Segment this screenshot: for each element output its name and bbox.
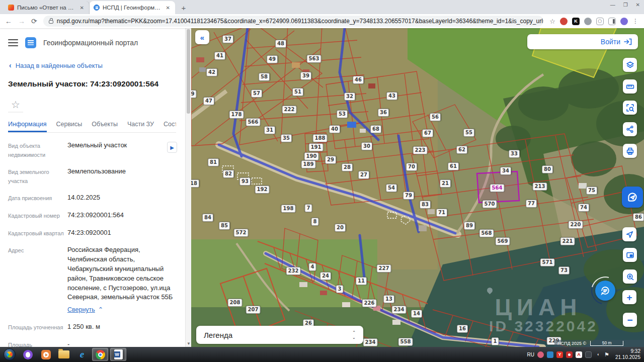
parcel-label-55[interactable]: 55 [463, 129, 474, 137]
browser-tab-mail[interactable]: Письмо «Ответ на запрос по Р ✕ [4, 1, 90, 14]
puzzle-extensions-icon[interactable]: ⬡ [596, 18, 604, 25]
minimize-button[interactable]: — [610, 2, 615, 8]
browser-menu-icon[interactable]: ⋮ [632, 18, 639, 25]
parcel-label-16[interactable]: 16 [457, 325, 468, 333]
parcel-label-11[interactable]: 11 [356, 277, 367, 285]
parcel-label-564[interactable]: 564 [490, 184, 505, 192]
parcel-label-89[interactable]: 89 [464, 222, 475, 230]
taskbar-app-alice[interactable] [20, 348, 36, 361]
parcel-label-221[interactable]: 221 [560, 237, 575, 245]
parcel-label-79[interactable]: 79 [403, 192, 414, 200]
taskbar-app-explorer[interactable] [56, 348, 72, 361]
tab-Объекты[interactable]: Объекты [92, 121, 118, 132]
parcel-label-208[interactable]: 208 [228, 299, 243, 307]
parcel-label-47[interactable]: 47 [203, 97, 214, 105]
sidebar-scrollbar[interactable]: ▼ [185, 28, 191, 347]
parcel-label-56[interactable]: 56 [430, 113, 441, 121]
layers-button[interactable] [623, 58, 637, 72]
parcel-label-68[interactable]: 68 [370, 125, 381, 133]
parcel-label-81[interactable]: 81 [208, 158, 219, 166]
parcel-label-7[interactable]: 7 [305, 204, 312, 212]
parcel-label-82[interactable]: 82 [223, 170, 234, 178]
yandex-tray-icon[interactable]: Y [556, 351, 563, 358]
recorder-tray-icon[interactable] [566, 351, 573, 358]
parcel-label-570[interactable]: 570 [482, 200, 497, 208]
parcel-label-192[interactable]: 192 [255, 186, 270, 194]
language-indicator[interactable]: RU [527, 352, 534, 357]
measure-button[interactable] [623, 79, 637, 94]
parcel-label-37[interactable]: 37 [222, 35, 233, 43]
forward-icon[interactable]: → [18, 18, 25, 25]
parcel-label-51[interactable]: 51 [292, 88, 303, 96]
profile-avatar[interactable] [620, 18, 628, 25]
parcel-label-4[interactable]: 4 [309, 263, 316, 271]
back-icon[interactable]: ← [5, 18, 12, 25]
parcel-label-188[interactable]: 188 [313, 134, 328, 142]
display-tray-icon[interactable] [585, 351, 592, 358]
parcel-label-41[interactable]: 41 [214, 52, 225, 60]
taskbar-app-ie[interactable]: e [74, 348, 90, 361]
parcel-label-571[interactable]: 571 [540, 258, 555, 266]
parcel-label-67[interactable]: 67 [422, 129, 433, 137]
select-area-button[interactable] [623, 101, 637, 115]
parcel-label-234[interactable]: 234 [363, 338, 378, 346]
back-to-results-link[interactable]: ‹ Назад в найденные объекты [9, 61, 176, 69]
parcel-label-32[interactable]: 32 [344, 93, 355, 101]
parcel-label-3[interactable]: 3 [336, 285, 344, 293]
side-panel-icon[interactable] [608, 18, 616, 25]
parcel-label-563[interactable]: 563 [307, 55, 321, 63]
new-tab-button[interactable]: + [178, 2, 189, 13]
parcel-label-36[interactable]: 36 [378, 109, 389, 117]
parcel-label-232[interactable]: 232 [286, 267, 301, 275]
start-button[interactable] [2, 348, 18, 361]
parcel-label-566[interactable]: 566 [246, 118, 261, 126]
bookmark-star-icon[interactable]: ☆ [549, 18, 555, 25]
legend-bar[interactable]: Легенда ⌃⌃ [196, 326, 363, 344]
parcel-label-61[interactable]: 61 [448, 162, 459, 170]
parcel-label-40[interactable]: 40 [329, 125, 340, 133]
parcel-label-213[interactable]: 213 [533, 183, 547, 191]
collapse-address-link[interactable]: Свернуть⌃ [67, 305, 103, 314]
parcel-label-85[interactable]: 85 [219, 222, 230, 230]
parcel-label-198[interactable]: 198 [281, 205, 296, 213]
parcel-label-80[interactable]: 80 [542, 165, 553, 173]
parcel-label-223[interactable]: 223 [413, 146, 428, 154]
parcel-label-1[interactable]: 1 [492, 337, 499, 345]
parcel-label-46[interactable]: 46 [353, 76, 364, 84]
parcel-label-28[interactable]: 28 [342, 163, 353, 171]
adguard-extension-icon[interactable] [560, 18, 568, 25]
parcel-label-53[interactable]: 53 [337, 110, 348, 118]
tab-Сервисы[interactable]: Сервисы [56, 121, 83, 132]
parcel-label-73[interactable]: 73 [558, 266, 570, 275]
taskbar-app-word[interactable] [110, 348, 126, 361]
parcel-label-33[interactable]: 33 [509, 150, 520, 158]
parcel-label-93[interactable]: 93 [239, 177, 251, 186]
chat-button[interactable] [595, 281, 615, 301]
parcel-label-34[interactable]: 34 [500, 167, 511, 175]
parcel-label-74[interactable]: 74 [578, 204, 589, 212]
parcel-label-558[interactable]: 558 [398, 338, 413, 346]
browser-tab-nspd[interactable]: НСПД | Геоинформационный п ✕ [90, 1, 175, 14]
parcel-label-8[interactable]: 8 [311, 218, 319, 226]
parcel-label-42[interactable]: 42 [206, 68, 217, 76]
parcel-label-21[interactable]: 21 [440, 179, 451, 188]
parcel-label-189[interactable]: 189 [301, 160, 316, 168]
parcel-label-220[interactable]: 220 [569, 221, 583, 229]
parcel-label-27[interactable]: 27 [358, 171, 369, 179]
sidebar-collapse-button[interactable]: « [195, 30, 209, 44]
url-bar[interactable]: nspd.gov.ru/map?thematic=PKK&zoom=17.410… [43, 16, 544, 27]
reload-icon[interactable]: ⟳ [31, 18, 37, 25]
locate-button[interactable] [622, 227, 636, 241]
parcel-label-207[interactable]: 207 [246, 306, 261, 314]
parcel-label-71[interactable]: 71 [436, 209, 447, 217]
tabs-scroll-right-button[interactable]: ▶ [167, 142, 177, 153]
parcel-label-75[interactable]: 75 [586, 187, 597, 195]
parcel-label-31[interactable]: 31 [264, 126, 275, 134]
scrollbar-thumb[interactable] [187, 29, 190, 114]
print-button[interactable] [623, 144, 637, 158]
parcel-label-58[interactable]: 58 [259, 73, 270, 81]
scrollbar-down-arrow-icon[interactable]: ▼ [186, 341, 191, 346]
overview-map-button[interactable] [623, 248, 637, 262]
parcel-label-39[interactable]: 39 [300, 72, 311, 80]
parcel-label-84[interactable]: 84 [202, 214, 213, 222]
